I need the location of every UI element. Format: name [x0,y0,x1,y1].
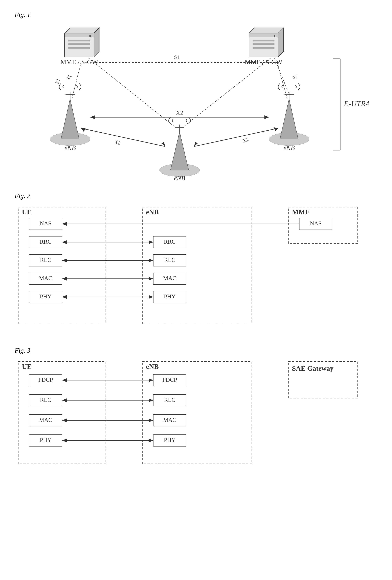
fig2-label: Fig. 2 [15,192,377,200]
svg-marker-131 [62,439,67,442]
svg-text:UE: UE [22,208,32,216]
svg-marker-6 [65,28,99,33]
svg-text:PHY: PHY [164,293,176,300]
svg-marker-83 [62,259,67,262]
svg-line-47 [81,128,165,146]
svg-marker-125 [149,419,153,422]
svg-text:NAS: NAS [40,220,51,227]
svg-text:MAC: MAC [163,417,177,423]
fig1-svg: E-UTRAN MME / S-GW [23,22,369,181]
svg-rect-8 [68,40,90,41]
svg-text:S1: S1 [54,78,61,85]
svg-text:E-UTRAN: E-UTRAN [344,100,369,108]
fig2-section: Fig. 2 UE eNB MME NAS NAS MME NAS (dashe… [15,192,377,328]
svg-marker-110 [62,378,67,382]
svg-text:X2: X2 [242,137,250,144]
svg-marker-132 [149,439,153,442]
svg-text:eNB: eNB [284,144,295,151]
svg-marker-97 [62,295,67,299]
svg-rect-10 [68,47,90,49]
svg-text:PHY: PHY [164,437,176,443]
svg-point-11 [89,35,91,37]
svg-text:MAC: MAC [163,275,177,282]
svg-rect-18 [253,43,275,45]
svg-rect-19 [253,47,275,49]
svg-marker-98 [149,295,153,299]
svg-text:eNB: eNB [64,144,76,151]
svg-text:MAC: MAC [39,417,52,423]
svg-text:S1: S1 [65,74,73,81]
svg-text:MAC: MAC [39,275,52,282]
svg-rect-9 [68,43,90,45]
svg-line-58 [185,58,271,126]
fig3-svg: UE eNB SAE Gateway PDCP PDCP [15,358,361,467]
fig3-label: Fig. 3 [15,347,377,354]
svg-text:MME / S-GW: MME / S-GW [245,58,282,66]
svg-text:PDCP: PDCP [38,376,53,383]
svg-line-57 [88,58,174,126]
svg-marker-118 [149,399,153,402]
fig3-diagram: UE eNB SAE Gateway PDCP PDCP [15,358,377,468]
svg-text:S1: S1 [293,74,298,80]
svg-marker-77 [149,240,153,244]
svg-text:PHY: PHY [40,293,51,300]
svg-marker-39 [264,115,269,119]
svg-marker-76 [62,240,67,244]
svg-marker-90 [62,277,67,281]
svg-marker-124 [62,419,67,422]
svg-text:MME / S-GW: MME / S-GW [60,58,98,66]
svg-marker-38 [90,115,95,119]
svg-rect-17 [253,40,275,41]
svg-text:SAE Gateway: SAE Gateway [292,365,333,372]
svg-marker-49 [81,128,86,132]
svg-text:PHY: PHY [40,437,51,443]
svg-marker-15 [249,28,284,33]
svg-marker-111 [149,378,153,382]
fig3-section: Fig. 3 UE eNB SAE Gateway PDCP PDCP [15,347,377,468]
svg-marker-23 [61,99,79,139]
fig1-container: E-UTRAN MME / S-GW [23,22,369,181]
svg-text:UE: UE [22,363,32,370]
svg-marker-70 [62,222,67,226]
svg-text:RRC: RRC [164,238,176,245]
svg-text:eNB: eNB [146,208,159,216]
svg-text:RLC: RLC [40,257,51,263]
svg-line-51 [194,128,278,146]
fig2-diagram: UE eNB MME NAS NAS MME NAS (dashed, goes… [15,203,377,328]
svg-line-41 [72,62,81,99]
svg-marker-33 [171,132,189,170]
svg-marker-91 [149,277,153,281]
svg-text:eNB: eNB [146,363,159,370]
svg-text:MME: MME [292,208,310,216]
svg-text:RLC: RLC [164,257,175,263]
svg-text:NAS: NAS [310,220,322,227]
svg-text:S1: S1 [174,54,180,60]
page: Fig. 1 E-UTRAN MME / S-GW [0,0,392,580]
fig2-svg: UE eNB MME NAS NAS MME NAS (dashed, goes… [15,203,361,328]
svg-marker-28 [280,99,298,139]
svg-text:PDCP: PDCP [162,376,177,383]
svg-text:RLC: RLC [40,397,51,403]
fig1-label: Fig. 1 [15,11,377,19]
svg-marker-84 [149,259,153,262]
svg-marker-117 [62,399,67,402]
svg-text:X2: X2 [113,139,121,146]
svg-point-20 [274,35,275,37]
svg-text:RLC: RLC [164,397,175,403]
svg-text:eNB: eNB [174,174,185,181]
svg-text:RRC: RRC [40,238,51,245]
svg-text:X2: X2 [176,109,183,116]
